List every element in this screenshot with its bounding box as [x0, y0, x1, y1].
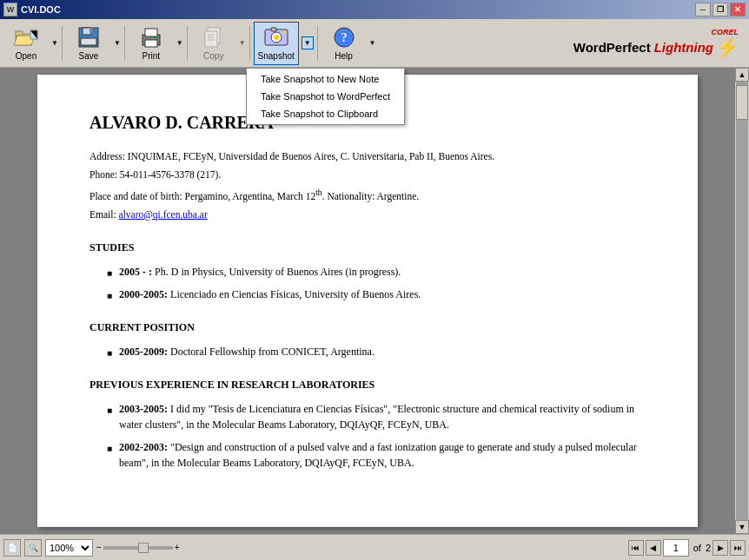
sep4	[249, 26, 250, 61]
sep3	[187, 26, 188, 61]
corel-logo: COREL WordPerfect Lightning ⚡	[573, 28, 746, 59]
corel-brand: COREL	[712, 28, 739, 36]
vertical-scrollbar[interactable]: ▲ ▼	[735, 68, 749, 534]
snapshot-label: Snapshot	[258, 51, 295, 61]
last-page-button[interactable]: ⏭	[730, 540, 746, 556]
snapshot-icon	[264, 25, 288, 49]
section-studies: STUDIES	[89, 240, 646, 255]
slider-track[interactable]	[103, 546, 173, 550]
snapshot-new-note[interactable]: Take Snapshot to New Note	[247, 70, 404, 88]
corel-edition: Lightning	[654, 40, 713, 55]
snapshot-button[interactable]: Snapshot	[254, 22, 299, 65]
doc-phone: Phone: 54-011-4576-3378 (217).	[89, 168, 646, 182]
study-item-1: ■ 2005 - : Ph. D in Physics, University …	[107, 264, 646, 280]
page-total: 2	[706, 543, 711, 553]
next-page-button[interactable]: ▶	[713, 540, 728, 556]
help-label: Help	[335, 51, 353, 61]
svg-rect-19	[271, 28, 276, 31]
print-label: Print	[143, 51, 161, 61]
email-link[interactable]: alvaro@qi.fcen.uba.ar	[119, 209, 208, 220]
open-label: Open	[16, 51, 36, 61]
copy-label: Copy	[203, 51, 223, 61]
window-controls: ─ ❐ ✕	[695, 3, 746, 16]
scroll-up-button[interactable]: ▲	[735, 68, 749, 82]
document-container: ALVARO D. CARRERA Address: INQUIMAE, FCE…	[0, 68, 749, 534]
doc-email: Email: alvaro@qi.fcen.uba.ar	[89, 208, 646, 222]
svg-point-18	[274, 35, 279, 40]
zoom-slider[interactable]: − +	[96, 543, 180, 552]
sep1	[62, 26, 63, 61]
document-page: ALVARO D. CARRERA Address: INQUIMAE, FCE…	[37, 75, 698, 527]
window-title: CVI.DOC	[21, 4, 61, 15]
document-scroll-area[interactable]: ALVARO D. CARRERA Address: INQUIMAE, FCE…	[0, 68, 735, 534]
minimize-button[interactable]: ─	[695, 3, 711, 16]
svg-rect-10	[155, 36, 157, 38]
page-of-label: of	[693, 543, 701, 553]
scroll-thumb[interactable]	[736, 85, 748, 120]
svg-rect-9	[145, 40, 157, 47]
svg-text:?: ?	[341, 31, 347, 44]
save-label: Save	[79, 51, 99, 61]
section-position: CURRENT POSITION	[89, 320, 646, 335]
status-icon-1: 📄	[3, 539, 21, 557]
position-item-1: ■ 2005-2009: Doctoral Fellowship from CO…	[107, 344, 646, 359]
help-icon: ?	[332, 25, 356, 49]
open-icon	[14, 25, 38, 49]
save-button[interactable]: Save	[66, 22, 111, 65]
bullet-icon: ■	[107, 442, 112, 471]
copy-icon	[202, 25, 226, 49]
prev-item-1: ■ 2003-2005: I did my "Tesis de Licencia…	[107, 401, 646, 432]
page-input[interactable]	[663, 539, 689, 557]
toolbar: Open ▼ Save ▼ Print ▼	[0, 19, 749, 68]
bullet-icon: ■	[107, 289, 112, 302]
save-dropdown[interactable]: ▼	[114, 39, 121, 47]
app-icon: W	[3, 3, 17, 16]
sep2	[124, 26, 125, 61]
print-icon	[139, 25, 163, 49]
copy-button[interactable]: Copy	[191, 22, 236, 65]
open-dropdown[interactable]: ▼	[51, 39, 58, 47]
snapshot-to-clipboard[interactable]: Take Snapshot to Clipboard	[247, 105, 404, 122]
copy-dropdown[interactable]: ▼	[239, 39, 246, 47]
section-previous: PREVIOUS EXPERIENCE IN RESEARCH LABORATO…	[89, 377, 646, 392]
zoom-select[interactable]: 100% 75% 50% 125% 150%	[45, 539, 93, 557]
doc-birthplace: Place and date of birth: Pergamino, Arge…	[89, 187, 646, 204]
study-item-2: ■ 2000-2005: Licenciado en Ciencias Físi…	[107, 287, 646, 302]
svg-rect-20	[283, 31, 286, 33]
lightning-icon: ⚡	[715, 36, 739, 59]
sep5	[317, 26, 318, 61]
bullet-icon: ■	[107, 404, 112, 432]
title-bar: W CVI.DOC ─ ❐ ✕	[0, 0, 749, 19]
svg-rect-1	[16, 31, 23, 36]
bullet-icon: ■	[107, 267, 112, 280]
corel-product: WordPerfect	[573, 40, 651, 55]
status-icon-2: 🔍	[24, 539, 42, 557]
print-dropdown[interactable]: ▼	[176, 39, 183, 47]
snapshot-dropdown[interactable]: ▼	[302, 36, 314, 49]
prev-item-2: ■ 2002-2003: "Design and construction of…	[107, 439, 646, 471]
save-icon	[76, 25, 101, 49]
help-dropdown[interactable]: ▼	[369, 39, 376, 47]
status-bar: 📄 🔍 100% 75% 50% 125% 150% − + ⏮ ◀ of 2 …	[0, 534, 749, 560]
page-navigation: ⏮ ◀ of 2 ▶ ⏭	[628, 539, 746, 557]
open-button[interactable]: Open	[3, 22, 49, 65]
restore-button[interactable]: ❐	[713, 3, 728, 16]
svg-rect-5	[89, 28, 92, 33]
slider-thumb[interactable]	[138, 543, 149, 553]
doc-address: Address: INQUIMAE, FCEyN, Universidad de…	[89, 149, 646, 164]
bullet-icon: ■	[107, 346, 112, 359]
close-button[interactable]: ✕	[730, 3, 746, 16]
svg-rect-8	[145, 29, 157, 36]
first-page-button[interactable]: ⏮	[628, 540, 644, 556]
print-button[interactable]: Print	[129, 22, 174, 65]
zoom-plus[interactable]: +	[175, 543, 180, 552]
svg-rect-6	[81, 38, 96, 45]
scroll-track[interactable]	[736, 82, 748, 520]
zoom-minus[interactable]: −	[96, 543, 102, 552]
prev-page-button[interactable]: ◀	[646, 540, 661, 556]
svg-rect-12	[205, 31, 217, 47]
scroll-down-button[interactable]: ▼	[735, 520, 749, 534]
snapshot-menu: Take Snapshot to New Note Take Snapshot …	[246, 68, 405, 125]
snapshot-to-wordperfect[interactable]: Take Snapshot to WordPerfect	[247, 88, 404, 105]
help-button[interactable]: ? Help	[321, 22, 367, 65]
